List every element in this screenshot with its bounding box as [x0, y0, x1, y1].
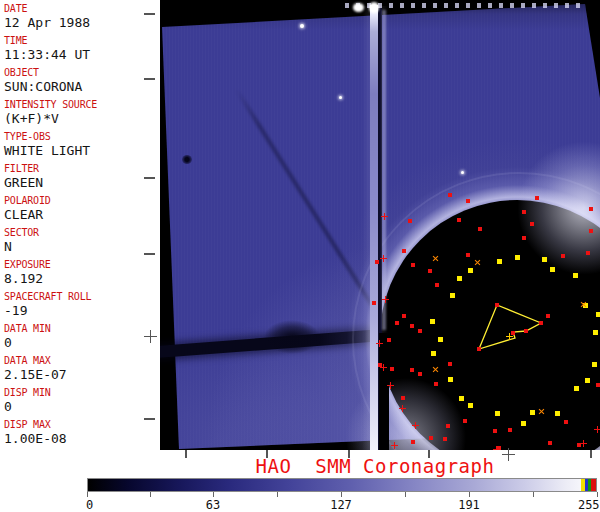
fiducial-dot: [550, 267, 555, 272]
fiducial-cross-bar: [384, 213, 385, 220]
fiducial-dot: [411, 440, 415, 444]
meta-value: 8.192: [4, 271, 158, 287]
fiducial-dot: [555, 411, 560, 416]
fiducial-dot: [468, 268, 473, 273]
roi-polygon: [479, 305, 541, 349]
fiducial-cross: [594, 426, 600, 433]
fiducial-dot: [401, 396, 405, 400]
fiducial-dot: [495, 411, 500, 416]
fiducial-dot: [592, 362, 597, 367]
fiducial-cross: [376, 340, 383, 347]
meta-item: DATA MIN0: [0, 320, 158, 352]
fiducial-dot: [459, 396, 464, 401]
meta-item: INTENSITY SOURCE(K+F)*V: [0, 96, 158, 128]
meta-value: 12 Apr 1988: [4, 15, 158, 31]
fiducial-cross-bar: [415, 422, 416, 429]
bright-speck: [300, 24, 304, 28]
fiducial-cross-bar: [597, 426, 598, 433]
fiducial-cross-bar: [402, 405, 403, 412]
fiducial-dot: [495, 303, 499, 307]
fiducial-dot: [372, 301, 376, 305]
fiducial-dot: [521, 421, 526, 426]
fiducial-dot: [522, 236, 526, 240]
fiducial-dot: [466, 199, 470, 203]
colorbar-minor-tick: [405, 492, 406, 497]
fiducial-cross: [493, 446, 500, 451]
fiducial-dot: [535, 196, 539, 200]
fiducial-cross-bar: [383, 255, 384, 262]
roi-center-mark: [506, 333, 513, 340]
metadata-panel: DATE12 Apr 1988TIME11:33:44 UTOBJECTSUN:…: [0, 0, 158, 456]
meta-value: (K+F)*V: [4, 111, 158, 127]
fiducial-cross: [412, 422, 419, 429]
left-axis-tick: [144, 78, 155, 80]
fiducial-dot: [573, 273, 578, 278]
fiducial-dot: [410, 324, 414, 328]
fiducial-cross-bar: [379, 340, 380, 347]
meta-item: DATE12 Apr 1988: [0, 0, 158, 32]
meta-value: 0: [4, 335, 158, 351]
meta-value: -19: [4, 303, 158, 319]
fiducial-cross-bar: [496, 446, 497, 451]
meta-value: 1.00E-08: [4, 431, 158, 447]
colorbar-tick: [597, 492, 598, 497]
meta-label: POLAROID: [4, 195, 158, 207]
fiducial-cross-bar: [390, 382, 391, 389]
fiducial-dot: [548, 441, 552, 445]
fiducial-dot: [596, 312, 600, 317]
sun-center-mark-left-bar: [150, 330, 151, 343]
fiducial-cross: [382, 296, 389, 303]
meta-label: DISP MAX: [4, 419, 158, 431]
fiducial-dot: [530, 222, 534, 226]
fiducial-cross: [380, 364, 387, 371]
fiducial-dot: [402, 314, 406, 318]
fiducial-cross: [399, 405, 406, 412]
fiducial-dot: [524, 329, 528, 333]
meta-value: 0: [4, 399, 158, 415]
fiducial-dot: [431, 351, 436, 356]
fiducial-dot: [463, 419, 467, 423]
colorbar-tick-label: 127: [330, 499, 352, 512]
meta-item: EXPOSURE8.192: [0, 256, 158, 288]
meta-value: 2.15E-07: [4, 367, 158, 383]
fiducial-dot: [457, 276, 462, 281]
fiducial-dot: [493, 429, 497, 433]
fiducial-dot: [593, 330, 598, 335]
fiducial-dot: [589, 229, 593, 233]
fiducial-dot: [508, 428, 512, 432]
colorbar-tick: [213, 492, 214, 497]
meta-label: OBJECT: [4, 67, 158, 79]
meta-item: DATA MAX2.15E-07: [0, 352, 158, 384]
meta-label: INTENSITY SOURCE: [4, 99, 158, 111]
fiducial-cross-bar: [383, 364, 384, 371]
colorbar-tick-label: 0: [86, 499, 93, 512]
meta-label: DATE: [4, 3, 158, 15]
fiducial-cross: [391, 442, 398, 449]
fiducial-dot: [448, 362, 452, 366]
meta-value: CLEAR: [4, 207, 158, 223]
fiducial-dot: [448, 377, 453, 382]
fiducial-dot: [457, 218, 461, 222]
meta-item: SPACECRAFT ROLL-19: [0, 288, 158, 320]
fiducial-dot: [428, 269, 432, 273]
fiducial-dot: [410, 368, 414, 372]
fiducial-dot: [546, 314, 550, 318]
meta-item: DISP MAX1.00E-08: [0, 416, 158, 448]
meta-item: FILTERGREEN: [0, 160, 158, 192]
fiducial-dot: [477, 347, 481, 351]
meta-label: EXPOSURE: [4, 259, 158, 271]
fiducial-dot: [497, 259, 502, 264]
meta-label: DATA MIN: [4, 323, 158, 335]
meta-item: TYPE-OBSWHITE LIGHT: [0, 128, 158, 160]
meta-label: DATA MAX: [4, 355, 158, 367]
colorbar-tick-label: 63: [206, 499, 220, 512]
left-axis-tick: [144, 253, 155, 255]
fiducial-dot: [468, 403, 473, 408]
meta-value: WHITE LIGHT: [4, 143, 158, 159]
fiducial-cross: [580, 440, 587, 447]
fiducial-dot: [585, 378, 590, 383]
meta-value: 11:33:44 UT: [4, 47, 158, 63]
meta-item: OBJECTSUN:CORONA: [0, 64, 158, 96]
fiducial-dot: [450, 293, 455, 298]
fiducial-dot: [418, 329, 422, 333]
